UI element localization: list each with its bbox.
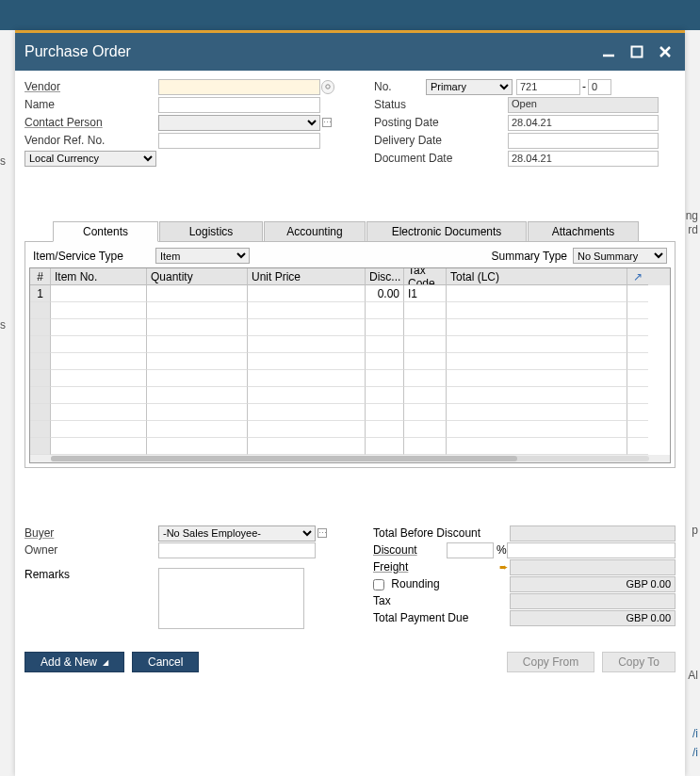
col-quantity[interactable]: Quantity [147,268,248,285]
cell-total-lc[interactable] [447,353,627,370]
cell-item-no[interactable] [51,336,147,353]
remarks-textarea[interactable] [158,568,304,629]
cell-discount[interactable]: 0.00 [366,285,404,302]
vendor-ref-input[interactable] [158,133,320,149]
vendor-input[interactable] [158,79,320,95]
cell-quantity[interactable] [147,336,248,353]
cell-unit-price[interactable] [248,404,366,421]
item-service-type-select[interactable]: Item [155,248,250,264]
col-tax-code[interactable]: Tax Code [404,268,447,285]
table-row[interactable] [30,387,670,404]
cell-unit-price[interactable] [248,336,366,353]
cell-tax-code[interactable] [404,370,447,387]
cell-unit-price[interactable] [248,353,366,370]
summary-type-select[interactable]: No Summary [573,248,667,264]
buyer-select[interactable]: -No Sales Employee- [158,525,316,542]
cell-tax-code[interactable] [404,302,447,319]
table-row[interactable] [30,438,670,455]
posting-date-input[interactable] [508,115,659,131]
cell-quantity[interactable] [147,319,248,336]
cell-discount[interactable] [366,421,404,438]
cell-item-no[interactable] [51,319,147,336]
tab-accounting[interactable]: Accounting [264,221,366,241]
cell-tax-code[interactable] [404,421,447,438]
cell-total-lc[interactable] [447,404,627,421]
cell-total-lc[interactable] [447,285,627,302]
cell-item-no[interactable] [51,285,147,302]
cell-item-no[interactable] [51,387,147,404]
cell-quantity[interactable] [147,353,248,370]
cell-discount[interactable] [366,404,404,421]
tab-attachments[interactable]: Attachments [528,221,639,241]
add-and-new-button[interactable]: Add & New◢ [24,652,124,672]
currency-select[interactable]: Local Currency [24,151,156,167]
cell-unit-price[interactable] [248,319,366,336]
tab-contents[interactable]: Contents [53,221,158,242]
cell-total-lc[interactable] [447,319,627,336]
cell-discount[interactable] [366,438,404,455]
cell-total-lc[interactable] [447,438,627,455]
cell-item-no[interactable] [51,370,147,387]
cell-discount[interactable] [366,302,404,319]
col-num[interactable]: # [30,268,51,285]
copy-to-button[interactable]: Copy To [602,652,676,672]
no-sub-input[interactable] [588,79,611,95]
no-input[interactable] [516,79,580,95]
no-type-select[interactable]: Primary [426,79,513,95]
cell-discount[interactable] [366,370,404,387]
copy-from-button[interactable]: Copy From [507,652,594,672]
cell-quantity[interactable] [147,387,248,404]
cancel-button[interactable]: Cancel [132,652,199,672]
vendor-browse-icon[interactable] [321,80,334,94]
cell-total-lc[interactable] [447,336,627,353]
cell-item-no[interactable] [51,353,147,370]
contact-person-select[interactable] [158,115,320,131]
minimize-button[interactable] [598,41,619,62]
cell-quantity[interactable] [147,438,248,455]
delivery-date-input[interactable] [508,133,659,149]
table-row[interactable] [30,336,670,353]
cell-tax-code[interactable] [404,319,447,336]
col-total-lc[interactable]: Total (LC) [447,268,627,285]
cell-quantity[interactable] [147,302,248,319]
cell-discount[interactable] [366,319,404,336]
cell-total-lc[interactable] [447,370,627,387]
table-row[interactable] [30,302,670,319]
tab-electronic-documents[interactable]: Electronic Documents [366,221,527,241]
cell-tax-code[interactable] [404,353,447,370]
cell-total-lc[interactable] [447,421,627,438]
col-unit-price[interactable]: Unit Price [248,268,366,285]
cell-quantity[interactable] [147,370,248,387]
cell-unit-price[interactable] [248,421,366,438]
contact-expand-icon[interactable]: ⋯ [322,118,332,127]
cell-tax-code[interactable] [404,404,447,421]
cell-item-no[interactable] [51,302,147,319]
tab-logistics[interactable]: Logistics [159,221,263,241]
col-item-no[interactable]: Item No. [51,268,147,285]
document-date-input[interactable] [508,151,659,167]
cell-unit-price[interactable] [248,285,366,302]
table-row[interactable] [30,370,670,387]
table-row[interactable] [30,353,670,370]
cell-total-lc[interactable] [447,302,627,319]
cell-item-no[interactable] [51,438,147,455]
cell-discount[interactable] [366,336,404,353]
rounding-checkbox[interactable] [373,579,384,590]
grid-expand-icon[interactable]: ↗ [627,268,648,285]
cell-quantity[interactable] [147,421,248,438]
cell-tax-code[interactable]: I1 [404,285,447,302]
cell-tax-code[interactable] [404,336,447,353]
cell-discount[interactable] [366,353,404,370]
cell-tax-code[interactable] [404,387,447,404]
buyer-expand-icon[interactable]: ⋯ [317,528,327,538]
cell-item-no[interactable] [51,421,147,438]
cell-unit-price[interactable] [248,302,366,319]
name-input[interactable] [158,97,320,113]
discount-value[interactable] [507,542,676,558]
grid-horizontal-scrollbar[interactable] [30,455,670,462]
freight-link-arrow-icon[interactable]: ➨ [497,561,510,574]
cell-tax-code[interactable] [404,438,447,455]
cell-item-no[interactable] [51,404,147,421]
table-row[interactable] [30,404,670,421]
discount-pct-input[interactable] [447,542,494,558]
